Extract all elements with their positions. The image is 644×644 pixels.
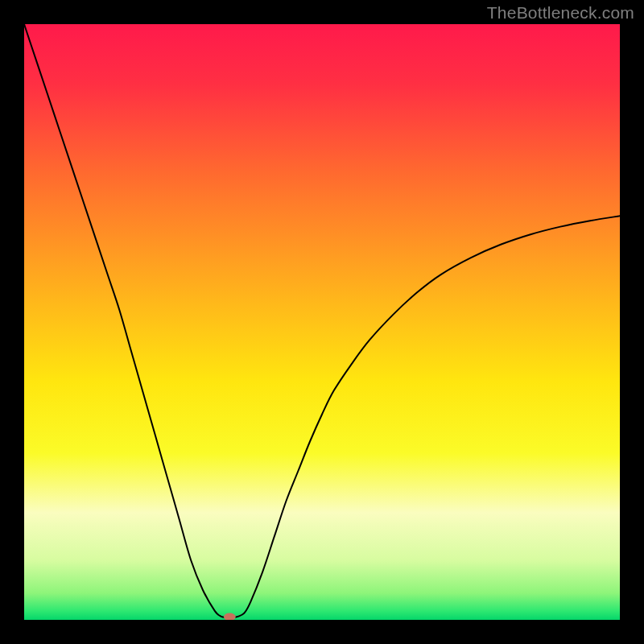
chart-frame: TheBottleneck.com [0, 0, 644, 644]
bottleneck-chart [24, 24, 620, 620]
gradient-background [24, 24, 620, 620]
watermark-text: TheBottleneck.com [487, 3, 634, 23]
plot-area [24, 24, 620, 620]
